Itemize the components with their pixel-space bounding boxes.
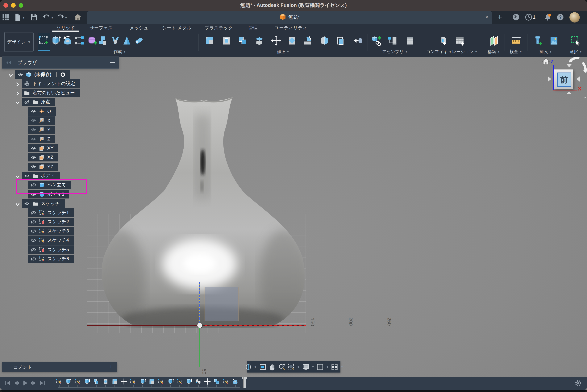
go-to-start-button[interactable] — [4, 380, 11, 388]
workspace-selector[interactable]: デザイン ▼ — [4, 32, 34, 52]
minimize-panel-icon[interactable] — [110, 62, 115, 63]
vase-model[interactable] — [84, 92, 313, 328]
visibility-eye-icon[interactable] — [30, 211, 36, 215]
press-pull-button[interactable] — [253, 34, 265, 46]
visibility-eye-icon[interactable] — [30, 229, 36, 233]
ribbon-tab-4[interactable]: プラスチック — [204, 25, 232, 31]
step-back-button[interactable] — [13, 380, 20, 388]
ribbon-tab-5[interactable]: 管理 — [248, 25, 258, 31]
notifications-bell-icon[interactable] — [544, 13, 552, 22]
visibility-eye-icon[interactable] — [24, 100, 30, 104]
timeline-playhead[interactable] — [243, 377, 246, 388]
comments-panel[interactable]: コメント + — [2, 362, 117, 372]
visibility-eye-icon[interactable] — [30, 248, 36, 252]
new-component-button[interactable] — [370, 34, 382, 46]
chevron-down-icon[interactable]: ▼ — [64, 16, 68, 20]
file-new-button[interactable] — [13, 13, 22, 23]
cone-primitive-button[interactable] — [120, 34, 133, 46]
chevron-down-icon[interactable]: ▼ — [326, 366, 329, 368]
ribbon-tab-0[interactable]: ソリッド — [56, 25, 75, 31]
zoom-button[interactable] — [278, 363, 285, 370]
chevron-down-icon[interactable]: ▼ — [341, 366, 343, 368]
browser-panel-header[interactable]: ブラウザ — [2, 56, 119, 69]
group-label[interactable]: 作成▼ — [114, 49, 126, 54]
zoom-window-button[interactable] — [19, 3, 23, 8]
visibility-eye-icon[interactable] — [30, 220, 36, 224]
chevron-down-icon[interactable] — [15, 100, 20, 104]
group-label[interactable]: 構築▼ — [488, 49, 500, 54]
configuration-button[interactable] — [436, 34, 449, 46]
sketch-region-rect[interactable] — [204, 287, 239, 322]
help-icon[interactable]: ? — [556, 13, 564, 22]
chevron-down-icon[interactable]: ▼ — [254, 366, 257, 368]
chevron-down-icon[interactable]: ▼ — [22, 16, 25, 20]
ribbon-tab-3[interactable]: シート メタル — [162, 25, 192, 31]
tree-row-スケッチ6[interactable]: スケッチ6 — [28, 254, 74, 263]
viewcube-roll-arrows[interactable] — [568, 56, 587, 76]
fillet-button[interactable] — [204, 34, 216, 46]
document-tab[interactable]: 無題* × — [87, 11, 492, 24]
group-label[interactable]: アセンブリ▼ — [382, 49, 408, 54]
visibility-eye-icon[interactable] — [30, 155, 36, 160]
emboss-button[interactable] — [109, 34, 121, 46]
shell-button[interactable] — [220, 34, 232, 46]
visibility-eye-icon[interactable] — [18, 72, 23, 76]
tree-row-X[interactable]: X — [28, 116, 55, 125]
visibility-eye-icon[interactable] — [30, 146, 36, 150]
group-label[interactable]: 挿入▼ — [540, 49, 552, 54]
pan-button[interactable] — [268, 363, 276, 370]
tree-row-スケッチ4[interactable]: スケッチ4 — [28, 236, 74, 245]
minimize-window-button[interactable] — [11, 3, 16, 8]
chevron-down-icon[interactable] — [15, 174, 20, 178]
tree-row-ドキュメントの設定[interactable]: ドキュメントの設定 — [22, 80, 80, 88]
draft-button[interactable] — [302, 34, 314, 46]
orbit-button[interactable] — [244, 363, 252, 370]
chevron-right-icon[interactable] — [15, 91, 20, 95]
chevron-down-icon[interactable]: ▼ — [297, 366, 300, 368]
add-comment-icon[interactable]: + — [109, 363, 112, 370]
origin-point-handle[interactable] — [197, 322, 203, 328]
replace-face-button[interactable] — [334, 34, 346, 46]
tree-row-Y[interactable]: Y — [28, 126, 55, 134]
go-to-end-button[interactable] — [39, 380, 46, 388]
construct-plane-button[interactable] — [488, 34, 500, 46]
visibility-eye-icon[interactable] — [24, 201, 30, 206]
viewcube-menu-chevron-icon[interactable]: ⌄ — [583, 94, 587, 100]
pipe-button[interactable] — [133, 34, 145, 46]
move-copy-button[interactable] — [270, 34, 282, 46]
job-status-clock-icon[interactable] — [525, 13, 532, 22]
combine-button[interactable] — [236, 34, 248, 46]
x-axis-line[interactable] — [200, 325, 306, 326]
viewcube-arrow-bottom[interactable] — [566, 91, 572, 94]
visibility-eye-icon[interactable] — [30, 257, 36, 261]
split-body-button[interactable] — [318, 34, 330, 46]
ribbon-tab-6[interactable]: ユーティリティ — [274, 25, 307, 31]
visibility-eye-icon[interactable] — [30, 164, 36, 169]
tree-row-(未保存)[interactable]: (未保存) — [15, 70, 70, 79]
tree-row-Z[interactable]: Z — [28, 135, 55, 143]
revolve-button[interactable] — [62, 34, 74, 46]
insert-canvas-button[interactable] — [548, 34, 560, 46]
visibility-eye-icon[interactable] — [30, 128, 36, 132]
select-window-button[interactable] — [570, 34, 582, 46]
chevron-down-icon[interactable] — [8, 72, 13, 77]
home-view-icon[interactable] — [542, 57, 550, 67]
extrude-button[interactable] — [49, 34, 62, 46]
ribbon-tab-1[interactable]: サーフェス — [90, 25, 113, 31]
sweep-button[interactable] — [73, 34, 86, 46]
chamfer-button[interactable] — [286, 34, 298, 46]
undo-button[interactable] — [42, 13, 51, 23]
group-label[interactable]: 選択▼ — [570, 49, 582, 54]
display-settings-button[interactable] — [302, 363, 309, 370]
tree-row-XY[interactable]: XY — [28, 144, 58, 152]
insert-fastener-button[interactable] — [531, 34, 544, 46]
tree-row-スケッチ1[interactable]: スケッチ1 — [28, 208, 74, 217]
loft-button[interactable] — [98, 34, 110, 46]
chevron-right-icon[interactable] — [15, 81, 20, 86]
create-sketch-button[interactable] — [38, 34, 50, 46]
close-window-button[interactable] — [4, 3, 8, 8]
visibility-eye-icon[interactable] — [30, 137, 36, 141]
tree-row-XZ[interactable]: XZ — [28, 153, 58, 162]
configuration-table-button[interactable] — [454, 34, 466, 46]
close-tab-icon[interactable]: × — [485, 14, 488, 20]
